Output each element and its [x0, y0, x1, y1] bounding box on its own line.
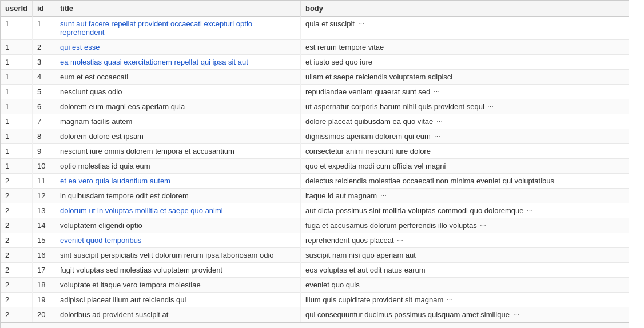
cell-body: consectetur animi nesciunt iure dolore ⋯	[300, 144, 629, 159]
body-expand-button[interactable]: ⋯	[480, 222, 486, 230]
table-row: 12qui est esseest rerum tempore vitae ⋯	[1, 40, 629, 55]
cell-userid: 1	[1, 85, 33, 99]
title-link[interactable]: eveniet quod temporibus	[60, 236, 141, 245]
cell-title: nesciunt iure omnis dolorem tempora et a…	[55, 144, 300, 159]
cell-id: 13	[33, 203, 55, 218]
cell-userid: 2	[1, 174, 33, 189]
cell-body: aut dicta possimus sint mollitia volupta…	[300, 203, 629, 218]
cell-body: eveniet quo quis ⋯	[300, 278, 629, 293]
title-link[interactable]: dolorum ut in voluptas mollitia et saepe…	[60, 206, 223, 215]
body-expand-button[interactable]: ⋯	[436, 118, 443, 126]
body-expand-button[interactable]: ⋯	[419, 252, 426, 259]
body-expand-button[interactable]: ⋯	[513, 311, 519, 319]
body-expand-button[interactable]: ⋯	[397, 237, 403, 245]
cell-title[interactable]: et ea vero quia laudantium autem	[55, 174, 300, 189]
cell-id: 3	[33, 55, 55, 70]
cell-id: 5	[33, 85, 55, 99]
table-row: 216sint suscipit perspiciatis velit dolo…	[1, 248, 629, 263]
body-expand-button[interactable]: ⋯	[434, 133, 440, 141]
cell-body: est rerum tempore vitae ⋯	[300, 40, 629, 55]
cell-title[interactable]: sunt aut facere repellat provident occae…	[55, 17, 300, 40]
table-row: 213dolorum ut in voluptas mollitia et sa…	[1, 203, 629, 218]
cell-body: qui consequuntur ducimus possimus quisqu…	[300, 307, 629, 322]
body-expand-button[interactable]: ⋯	[363, 282, 369, 289]
cell-userid: 1	[1, 144, 33, 159]
cell-title: adipisci placeat illum aut reiciendis qu…	[55, 293, 300, 307]
body-expand-button[interactable]: ⋯	[447, 297, 453, 304]
body-expand-button[interactable]: ⋯	[428, 267, 435, 274]
cell-title: doloribus ad provident suscipit at	[55, 307, 300, 322]
table-row: 17magnam facilis autemdolore placeat qui…	[1, 114, 629, 129]
table-row: 19nesciunt iure omnis dolorem tempora et…	[1, 144, 629, 159]
body-expand-button[interactable]: ⋯	[487, 103, 494, 111]
cell-body: dolore placeat quibusdam ea quo vitae ⋯	[300, 114, 629, 129]
cell-title: in quibusdam tempore odit est dolorem	[55, 189, 300, 203]
pagination-bar: ⊲ < showing 1–20 of 100 > ⊳	[1, 322, 629, 328]
cell-userid: 1	[1, 159, 33, 174]
title-link[interactable]: qui est esse	[60, 43, 100, 51]
cell-body: quo et expedita modi cum officia vel mag…	[300, 159, 629, 174]
table-row: 214voluptatem eligendi optiofuga et accu…	[1, 218, 629, 233]
table-row: 219adipisci placeat illum aut reiciendis…	[1, 293, 629, 307]
body-expand-button[interactable]: ⋯	[558, 178, 564, 185]
cell-title: dolorem eum magni eos aperiam quia	[55, 99, 300, 114]
table-row: 217fugit voluptas sed molestias voluptat…	[1, 263, 629, 278]
col-header-userid: userId	[1, 1, 33, 17]
table-row: 212in quibusdam tempore odit est dolorem…	[1, 189, 629, 203]
cell-title[interactable]: qui est esse	[55, 40, 300, 55]
body-expand-button[interactable]: ⋯	[456, 74, 462, 81]
cell-id: 14	[33, 218, 55, 233]
cell-id: 16	[33, 248, 55, 263]
cell-id: 8	[33, 129, 55, 144]
table-row: 18dolorem dolore est ipsamdignissimos ap…	[1, 129, 629, 144]
cell-id: 17	[33, 263, 55, 278]
title-link[interactable]: ea molestias quasi exercitationem repell…	[60, 58, 248, 66]
body-expand-button[interactable]: ⋯	[380, 193, 387, 200]
cell-title: fugit voluptas sed molestias voluptatem …	[55, 263, 300, 278]
body-expand-button[interactable]: ⋯	[387, 44, 393, 51]
body-expand-button[interactable]: ⋯	[376, 59, 382, 66]
cell-id: 9	[33, 144, 55, 159]
cell-userid: 1	[1, 70, 33, 85]
table-row: 110optio molestias id quia eumquo et exp…	[1, 159, 629, 174]
cell-userid: 1	[1, 114, 33, 129]
cell-userid: 2	[1, 293, 33, 307]
cell-body: et iusto sed quo iure ⋯	[300, 55, 629, 70]
cell-id: 18	[33, 278, 55, 293]
body-expand-button[interactable]: ⋯	[434, 89, 440, 96]
body-expand-button[interactable]: ⋯	[527, 207, 533, 215]
cell-id: 19	[33, 293, 55, 307]
table-row: 15nesciunt quas odiorepudiandae veniam q…	[1, 85, 629, 99]
table-row: 211et ea vero quia laudantium autemdelec…	[1, 174, 629, 189]
cell-id: 1	[33, 17, 55, 40]
col-header-title: title	[55, 1, 300, 17]
body-expand-button[interactable]: ⋯	[449, 163, 455, 170]
title-link[interactable]: sunt aut facere repellat provident occae…	[60, 19, 252, 37]
cell-id: 4	[33, 70, 55, 85]
title-link[interactable]: et ea vero quia laudantium autem	[60, 177, 170, 185]
table-header-row: userId id title body	[1, 1, 629, 17]
body-expand-button[interactable]: ⋯	[358, 21, 364, 28]
table-row: 11sunt aut facere repellat provident occ…	[1, 17, 629, 40]
cell-body: reprehenderit quos placeat ⋯	[300, 233, 629, 248]
cell-body: ut aspernatur corporis harum nihil quis …	[300, 99, 629, 114]
cell-body: ullam et saepe reiciendis voluptatem adi…	[300, 70, 629, 85]
cell-userid: 2	[1, 307, 33, 322]
cell-title[interactable]: eveniet quod temporibus	[55, 233, 300, 248]
cell-userid: 1	[1, 17, 33, 40]
cell-title[interactable]: ea molestias quasi exercitationem repell…	[55, 55, 300, 70]
cell-body: suscipit nam nisi quo aperiam aut ⋯	[300, 248, 629, 263]
body-expand-button[interactable]: ⋯	[434, 148, 440, 155]
table-row: 13ea molestias quasi exercitationem repe…	[1, 55, 629, 70]
cell-body: fuga et accusamus dolorum perferendis il…	[300, 218, 629, 233]
cell-body: repudiandae veniam quaerat sunt sed ⋯	[300, 85, 629, 99]
cell-id: 10	[33, 159, 55, 174]
cell-title: voluptatem eligendi optio	[55, 218, 300, 233]
cell-id: 6	[33, 99, 55, 114]
cell-title[interactable]: dolorum ut in voluptas mollitia et saepe…	[55, 203, 300, 218]
cell-id: 11	[33, 174, 55, 189]
cell-title: sint suscipit perspiciatis velit dolorum…	[55, 248, 300, 263]
cell-title: voluptate et itaque vero tempora molesti…	[55, 278, 300, 293]
cell-userid: 2	[1, 218, 33, 233]
cell-title: optio molestias id quia eum	[55, 159, 300, 174]
